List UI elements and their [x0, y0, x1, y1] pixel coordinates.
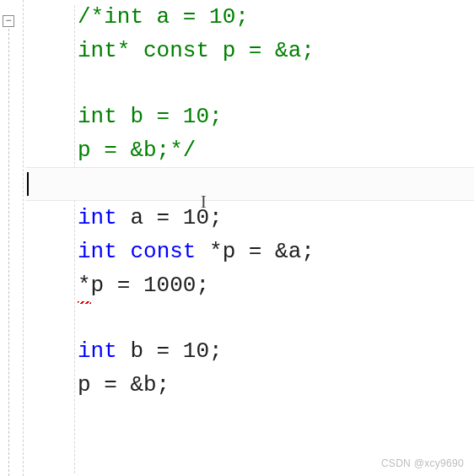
keyword-int: int: [78, 235, 117, 268]
code-line[interactable]: *p = 1000;: [25, 268, 474, 302]
fold-guide: [8, 29, 9, 476]
code-text: b = 10;: [117, 335, 223, 368]
code-line[interactable]: /*int a = 10;: [25, 0, 474, 34]
comment-text: int b = 10;: [78, 100, 223, 133]
text-caret: [27, 172, 29, 196]
code-line[interactable]: int b = 10;: [25, 334, 474, 368]
comment-text: /*int a = 10;: [78, 1, 249, 34]
code-text: a = 10;: [117, 202, 223, 235]
code-line[interactable]: p = &b;*/: [25, 133, 474, 167]
code-text: p = 1000;: [91, 269, 209, 302]
comment-text: p = &b;*/: [78, 134, 196, 167]
code-line[interactable]: int const *p = &a;: [25, 235, 474, 268]
watermark: CSDN @xcy9690: [381, 456, 464, 471]
code-line-blank[interactable]: [25, 68, 474, 100]
keyword-int: int: [78, 335, 117, 368]
code-area[interactable]: /*int a = 10; int* const p = &a; int b =…: [25, 0, 474, 476]
error-token: *: [78, 269, 91, 302]
keyword-int: int: [78, 202, 117, 235]
code-text: p = &b;: [78, 369, 170, 402]
code-line[interactable]: p = &b;: [25, 368, 474, 402]
current-line[interactable]: [25, 167, 474, 201]
code-line[interactable]: int a = 10; I: [25, 201, 474, 235]
code-text: *p = &a;: [196, 235, 314, 268]
fold-toggle[interactable]: −: [3, 15, 14, 27]
comment-text: int* const p = &a;: [78, 35, 315, 68]
gutter: −: [0, 0, 24, 476]
code-text: [117, 235, 131, 268]
code-line[interactable]: int b = 10;: [25, 100, 474, 133]
keyword-const: const: [130, 235, 196, 268]
code-line[interactable]: int* const p = &a;: [25, 34, 474, 68]
code-line-blank[interactable]: [25, 302, 474, 334]
code-editor[interactable]: − /*int a = 10; int* const p = &a; int b…: [0, 0, 474, 476]
